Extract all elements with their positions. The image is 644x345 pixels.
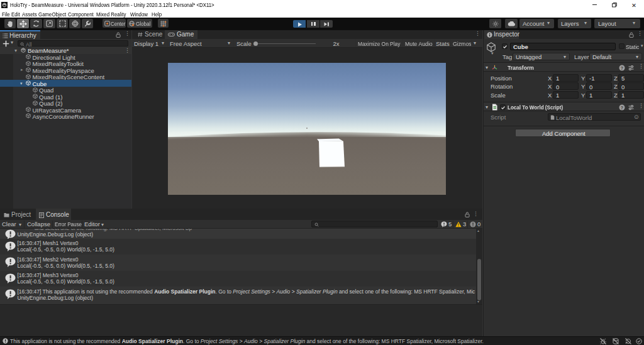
svg-text:?: ? xyxy=(621,105,623,109)
svg-text:?: ? xyxy=(621,65,623,70)
